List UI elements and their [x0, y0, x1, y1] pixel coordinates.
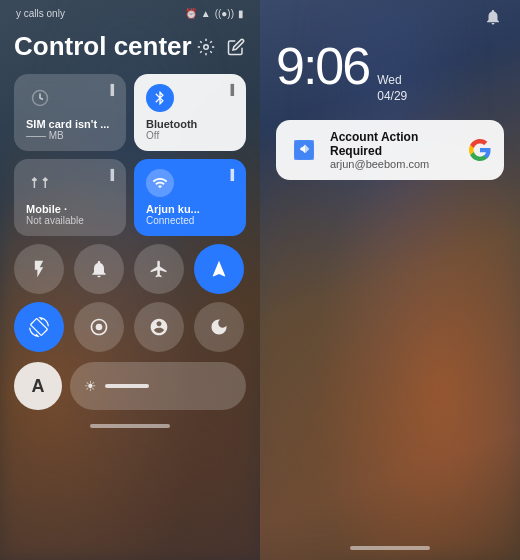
icon-row-1: [14, 244, 246, 294]
right-home-indicator: [350, 546, 430, 550]
mobile-icon: [26, 169, 54, 197]
clock-date: Wed 04/29: [377, 73, 407, 104]
left-content: y calls only ⏰ ▲ ((●)) ▮ Control center: [14, 0, 246, 428]
wifi-sublabel: Connected: [146, 215, 234, 226]
page-title-row: Control center: [14, 31, 246, 62]
bluetooth-icon: [146, 84, 174, 112]
edit-icon[interactable]: [226, 37, 246, 57]
signal-icon: ▲: [201, 8, 211, 19]
bt-sublabel: Off: [146, 130, 234, 141]
flashlight-button[interactable]: [14, 244, 64, 294]
calls-only-label: y calls only: [16, 8, 65, 19]
wifi-icon: [146, 169, 174, 197]
bottom-controls: A ☀: [14, 362, 246, 410]
night-mode-button[interactable]: [194, 302, 244, 352]
svg-point-0: [204, 44, 209, 49]
mobile-label: Mobile ·: [26, 203, 114, 215]
mobile-signal: ▐: [107, 169, 114, 180]
alarm-icon: ⏰: [185, 8, 197, 19]
icon-row-2: [14, 302, 246, 352]
home-indicator: [90, 424, 170, 428]
svg-point-3: [300, 147, 303, 150]
mobile-tile[interactable]: ▐ Mobile · Not available: [14, 159, 126, 236]
notif-subtitle: arjun@beebom.com: [330, 158, 458, 170]
clock-date-value: 04/29: [377, 89, 407, 105]
auto-button[interactable]: A: [14, 362, 62, 410]
privacy-button[interactable]: [134, 302, 184, 352]
mobile-tile-top: ▐: [26, 169, 114, 197]
wifi-signal-bar: ▐: [227, 169, 234, 180]
mobile-sublabel: Not available: [26, 215, 114, 226]
left-panel: y calls only ⏰ ▲ ((●)) ▮ Control center: [0, 0, 260, 560]
notification-bell-icon: [484, 8, 502, 30]
right-panel: 9:06 Wed 04/29 Account Action Required: [260, 0, 520, 560]
brightness-slider[interactable]: ☀: [70, 362, 246, 410]
clock-row: 9:06 Wed 04/29: [276, 40, 504, 104]
title-icon-group: [196, 37, 246, 57]
brightness-icon: ☀: [84, 378, 97, 394]
location-button[interactable]: [194, 244, 244, 294]
right-content: 9:06 Wed 04/29 Account Action Required: [276, 0, 504, 180]
sim-icon: [26, 84, 54, 112]
sim-signal: ▐: [107, 84, 114, 95]
battery-icon: ▮: [238, 8, 244, 19]
airplane-button[interactable]: [134, 244, 184, 294]
auto-label: A: [32, 376, 45, 397]
settings-icon[interactable]: [196, 37, 216, 57]
notif-body: Account Action Required arjun@beebom.com: [330, 130, 458, 170]
bluetooth-tile[interactable]: ▐ Bluetooth Off: [134, 74, 246, 151]
sim-tile[interactable]: ▐ SIM card isn't ... —— MB: [14, 74, 126, 151]
notif-title: Account Action Required: [330, 130, 458, 158]
wifi-status-icon: ((●)): [215, 8, 234, 19]
status-bar: y calls only ⏰ ▲ ((●)) ▮: [14, 0, 246, 23]
clock-day: Wed: [377, 73, 407, 89]
sim-tile-top: ▐: [26, 84, 114, 112]
autorotate-button[interactable]: [14, 302, 64, 352]
bt-signal: ▐: [227, 84, 234, 95]
bt-tile-top: ▐: [146, 84, 234, 112]
notif-app-icon: [288, 134, 320, 166]
sim-sublabel: —— MB: [26, 130, 114, 141]
wifi-tile[interactable]: ▐ Arjun ku... Connected: [134, 159, 246, 236]
clock-time: 9:06: [276, 40, 369, 92]
google-g-logo: [468, 138, 492, 162]
sim-label: SIM card isn't ...: [26, 118, 114, 130]
wifi-label: Arjun ku...: [146, 203, 234, 215]
right-status-bar: [276, 0, 504, 34]
bt-label: Bluetooth: [146, 118, 234, 130]
notification-card[interactable]: Account Action Required arjun@beebom.com: [276, 120, 504, 180]
brightness-track: [105, 384, 149, 388]
svg-point-1: [96, 324, 103, 331]
page-title: Control center: [14, 31, 192, 62]
status-icons: ⏰ ▲ ((●)) ▮: [185, 8, 244, 19]
bell-button[interactable]: [74, 244, 124, 294]
reading-mode-button[interactable]: [74, 302, 124, 352]
quick-tiles-grid: ▐ SIM card isn't ... —— MB ▐ Bluetooth O…: [14, 74, 246, 236]
wifi-tile-top: ▐: [146, 169, 234, 197]
